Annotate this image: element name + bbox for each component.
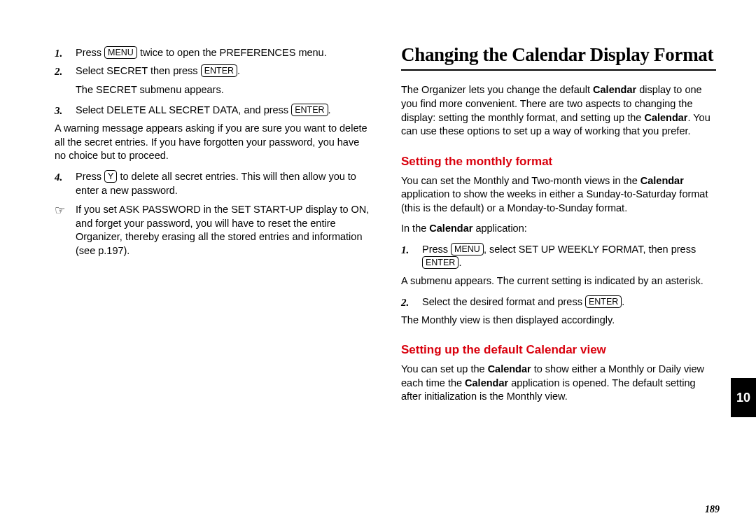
step-number: 1. bbox=[401, 243, 422, 270]
text: Select DELETE ALL SECRET DATA, and press bbox=[76, 104, 291, 115]
key-menu: MENU bbox=[451, 243, 484, 255]
text: . bbox=[622, 296, 624, 307]
text: Select the desired format and press bbox=[422, 296, 585, 307]
step-body: Press MENU twice to open the PREFERENCES… bbox=[76, 46, 373, 60]
manual-page: 1. Press MENU twice to open the PREFEREN… bbox=[0, 0, 756, 532]
warning-paragraph: A warning message appears asking if you … bbox=[55, 122, 373, 163]
right-step-1: 1. Press MENU, select SET UP WEEKLY FORM… bbox=[401, 243, 716, 270]
in-app-line: In the Calendar application: bbox=[401, 222, 716, 236]
step-body: Select SECRET then press ENTER. bbox=[76, 64, 373, 78]
chapter-tab: 10 bbox=[731, 378, 756, 417]
right-step-2: 2. Select the desired format and press E… bbox=[401, 295, 716, 309]
key-y: Y bbox=[104, 170, 117, 183]
bold-calendar: Calendar bbox=[429, 223, 472, 234]
step-body: Press MENU, select SET UP WEEKLY FORMAT,… bbox=[422, 243, 716, 270]
key-enter: ENTER bbox=[585, 295, 622, 308]
text: , select SET UP WEEKLY FORMAT, then pres… bbox=[484, 244, 696, 255]
text: In the bbox=[401, 223, 429, 234]
after-r2: The Monthly view is then displayed accor… bbox=[401, 314, 716, 328]
step-2: 2. Select SECRET then press ENTER. bbox=[55, 64, 373, 78]
after-r1: A submenu appears. The current setting i… bbox=[401, 274, 716, 288]
text: You can set the Monthly and Two-month vi… bbox=[401, 175, 640, 186]
text: . bbox=[328, 104, 331, 115]
sub1-body: You can set the Monthly and Two-month vi… bbox=[401, 174, 716, 216]
left-column: 1. Press MENU twice to open the PREFEREN… bbox=[55, 42, 373, 511]
text: to delete all secret entries. This will … bbox=[76, 171, 356, 196]
hand-point-icon: ☞ bbox=[55, 203, 76, 258]
text: You can set up the bbox=[401, 363, 488, 374]
text: Press bbox=[422, 244, 451, 255]
note-block: ☞ If you set ASK PASSWORD in the SET STA… bbox=[55, 203, 373, 258]
section-title: Changing the Calendar Display Format bbox=[401, 42, 716, 71]
step-body: Press Y to delete all secret entries. Th… bbox=[76, 170, 373, 197]
bold-calendar: Calendar bbox=[465, 377, 508, 388]
step-1: 1. Press MENU twice to open the PREFEREN… bbox=[55, 46, 373, 60]
text: twice to open the PREFERENCES menu. bbox=[137, 47, 327, 58]
step-number: 4. bbox=[55, 170, 76, 197]
key-enter: ENTER bbox=[291, 104, 328, 116]
step-number: 2. bbox=[401, 295, 422, 309]
key-menu: MENU bbox=[104, 46, 137, 59]
intro-paragraph: The Organizer lets you change the defaul… bbox=[401, 83, 716, 138]
text: application to show the weeks in either … bbox=[401, 188, 708, 214]
step-number: 2. bbox=[55, 64, 76, 78]
subhead-default-view: Setting up the default Calendar view bbox=[401, 342, 716, 358]
step-body: Select DELETE ALL SECRET DATA, and press… bbox=[76, 104, 373, 118]
note-text: If you set ASK PASSWORD in the SET START… bbox=[76, 203, 373, 258]
step-number: 1. bbox=[55, 46, 76, 60]
key-enter: ENTER bbox=[201, 64, 237, 77]
page-number: 189 bbox=[705, 504, 720, 515]
bold-calendar: Calendar bbox=[640, 175, 684, 186]
subhead-monthly-format: Setting the monthly format bbox=[401, 154, 716, 170]
bold-calendar: Calendar bbox=[593, 84, 636, 95]
text: . bbox=[237, 65, 240, 76]
step-3: 3. Select DELETE ALL SECRET DATA, and pr… bbox=[55, 104, 373, 118]
sub2-body: You can set up the Calendar to show eith… bbox=[401, 363, 716, 404]
step-body: Select the desired format and press ENTE… bbox=[422, 295, 716, 309]
text: application: bbox=[472, 223, 526, 234]
key-enter: ENTER bbox=[422, 256, 458, 269]
result-text: The SECRET submenu appears. bbox=[76, 83, 373, 97]
text: Press bbox=[76, 47, 104, 58]
text: Select SECRET then press bbox=[76, 65, 201, 76]
text: Press bbox=[76, 171, 104, 182]
bold-calendar: Calendar bbox=[644, 112, 687, 123]
text: . bbox=[458, 257, 461, 268]
text: The Organizer lets you change the defaul… bbox=[401, 84, 593, 95]
step-number: 3. bbox=[55, 104, 76, 118]
step-4: 4. Press Y to delete all secret entries.… bbox=[55, 170, 373, 197]
right-column: Changing the Calendar Display Format The… bbox=[401, 42, 716, 511]
bold-calendar: Calendar bbox=[488, 363, 531, 374]
